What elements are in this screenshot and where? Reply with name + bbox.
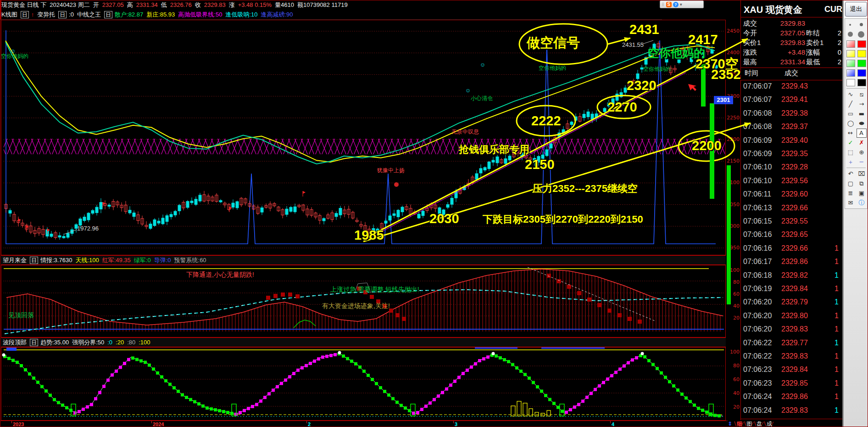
text-tool[interactable]: A <box>857 129 867 138</box>
tick-price: 2329.43 <box>781 82 808 90</box>
drag-handle-icon[interactable]: ⣿ <box>662 2 665 6</box>
tab-成[interactable]: 成 <box>767 421 772 427</box>
color-swatch-gradient[interactable] <box>846 69 855 77</box>
help-icon[interactable]: ? <box>673 2 679 7</box>
swatch-row <box>845 78 867 87</box>
title-bar: 现货黄金 日线 下20240423 周二开2327.05高2331.34低232… <box>0 0 662 10</box>
info-icon[interactable]: ⓘ <box>857 199 866 207</box>
tool-row: ▭▬ <box>845 109 867 118</box>
bar-segment: 日 <box>104 11 112 18</box>
tick-row: 07:06:112329.60 <box>741 190 842 200</box>
print-icon[interactable]: ≣ <box>846 189 855 197</box>
delete-icon[interactable]: ⌧ <box>857 170 866 178</box>
save-icon[interactable]: ▣ <box>857 189 866 197</box>
tick-volume: 1 <box>835 365 839 374</box>
tool-row: ∿⧅ <box>845 90 867 99</box>
tick-price: 2329.85 <box>781 379 808 388</box>
bar-segment: 红军:49.35 <box>102 257 131 264</box>
mid-axis-label: 60 <box>733 291 740 297</box>
select-region-tool[interactable]: ⬚ <box>846 148 855 157</box>
bottom-indicator-header: 波段顶部日趋势:35.00强弱分界:50:0:20:80:100 <box>1 337 726 347</box>
color-swatch-gradient[interactable] <box>846 40 855 48</box>
eraser-tool[interactable]: ⧅ <box>857 90 866 99</box>
tab-盘[interactable]: 盘 <box>757 421 762 427</box>
quote-row: 涨跌+3.48涨幅0 <box>741 48 842 58</box>
tick-volume: 1 <box>835 352 839 360</box>
message-icon[interactable]: ✉ <box>846 199 855 207</box>
divider <box>846 88 866 89</box>
rect-tool[interactable]: ▭ <box>846 110 855 118</box>
bot-axis-label: 100 <box>730 349 740 355</box>
bar-segment: 预警系统:60 <box>174 257 206 264</box>
filled-rect-tool[interactable]: ▬ <box>857 110 866 118</box>
tick-price: 2329.28 <box>781 163 808 171</box>
tool-row: ＋− <box>845 157 867 167</box>
ime-floating-bar[interactable]: ⣿ S ? ▾ <box>660 0 704 8</box>
swatch-row <box>845 49 867 58</box>
color-swatch[interactable] <box>857 50 866 57</box>
tick-row: 07:06:242329.861 <box>741 393 842 403</box>
tick-price: 2329.35 <box>781 150 808 158</box>
zoom-in-tool[interactable]: ⊕ <box>857 148 866 157</box>
ime-logo-icon[interactable]: S <box>666 2 672 7</box>
arrow-tool[interactable]: → <box>857 100 866 108</box>
ticks-header-price: 成交 <box>785 69 798 78</box>
dot-medium-icon[interactable] <box>860 23 863 26</box>
price-axis-label: 2350 <box>727 71 740 77</box>
confirm-icon[interactable]: ✓ <box>846 139 855 147</box>
copy-icon[interactable]: ⧉ <box>857 180 866 188</box>
undo-icon[interactable]: ↶ <box>846 170 855 178</box>
mid-indicator-panel[interactable] <box>1 265 726 337</box>
dot-small-icon[interactable] <box>849 24 851 26</box>
date-axis: 20232024234 <box>0 421 843 427</box>
bar-segment: 额10739082 11719 <box>297 1 348 8</box>
add-icon[interactable]: ＋ <box>846 158 855 166</box>
quote-value: +3.48 <box>769 48 805 56</box>
tick-volume: 1 <box>835 298 839 306</box>
axis-tick <box>11 421 12 423</box>
tab-图[interactable]: 图 <box>746 421 752 427</box>
tick-price: 2329.40 <box>781 136 808 145</box>
price-axis-label: 2250 <box>727 115 740 121</box>
dot-xlarge-icon[interactable] <box>858 31 864 38</box>
cancel-icon[interactable]: ✗ <box>857 139 866 147</box>
brush-size-row <box>845 20 867 29</box>
axis-date-label: 3 <box>455 421 457 427</box>
tick-price: 2329.86 <box>781 393 808 401</box>
tick-row: 07:06:232329.851 <box>741 379 842 389</box>
line-tool[interactable]: ╱ <box>846 100 855 108</box>
quote-value: 2327.05 <box>769 29 805 37</box>
symbol-title: XAU 现货黄金 <box>744 4 802 16</box>
chevron-down-icon[interactable]: ▾ <box>680 2 682 7</box>
color-swatch[interactable] <box>857 79 866 86</box>
quote-label: 成交 <box>743 19 757 28</box>
tab-细[interactable]: 细 <box>737 421 742 427</box>
scroll-icon[interactable]: ⇕ <box>728 421 732 427</box>
exit-button[interactable]: 退出 <box>845 2 867 17</box>
kline-panel[interactable] <box>1 20 726 255</box>
tool-row: ⬚⊕ <box>845 147 867 157</box>
bottom-indicator-panel[interactable] <box>1 347 726 421</box>
color-swatch[interactable] <box>857 40 866 48</box>
indicator-bar: K线图日↑变异托日:0中线之王日散户:82.87新庄:85.93高抛低吸界线:5… <box>0 10 662 20</box>
color-swatch[interactable] <box>857 69 866 77</box>
new-doc-icon[interactable]: ▢ <box>846 180 855 188</box>
curve-tool[interactable]: ∿ <box>846 90 855 99</box>
tick-volume: 1 <box>835 406 839 415</box>
bar-segment: :80 <box>127 339 135 346</box>
color-swatch-gradient[interactable] <box>846 50 855 57</box>
tick-row: 07:06:172329.861 <box>741 258 842 268</box>
quote-value2: 2 <box>838 39 841 46</box>
bar-segment: 量4610 <box>275 1 294 8</box>
double-arrow-tool[interactable]: ↔ <box>846 129 855 137</box>
tick-price: 2329.79 <box>781 298 808 306</box>
color-swatch[interactable] <box>857 60 866 67</box>
remove-icon[interactable]: − <box>857 158 866 166</box>
ellipse-tool[interactable]: ◯ <box>846 119 855 128</box>
color-swatch-gradient[interactable] <box>846 60 855 67</box>
filled-ellipse-tool[interactable]: ⬬ <box>857 119 866 128</box>
color-swatch-gradient[interactable] <box>846 79 855 86</box>
dot-large-icon[interactable] <box>848 32 853 37</box>
tick-time: 07:06:20 <box>743 312 772 320</box>
tick-time: 07:06:24 <box>743 406 772 415</box>
